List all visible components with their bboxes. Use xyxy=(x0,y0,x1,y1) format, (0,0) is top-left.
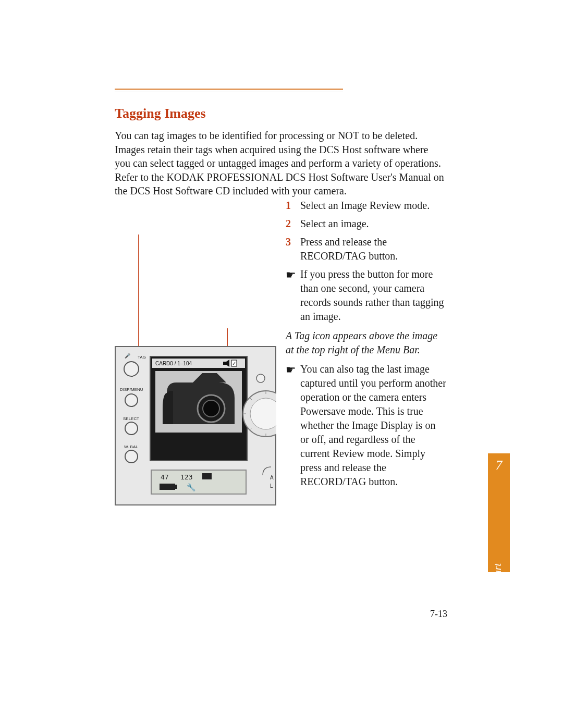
step-1-text: Select an Image Review mode. xyxy=(300,199,446,213)
card-icon xyxy=(202,473,212,479)
step-3: 3 Press and release the RECORD/TAG butto… xyxy=(286,235,446,263)
top-right-button xyxy=(256,374,265,382)
note-2-text: You can also tag the last image captured… xyxy=(300,362,446,489)
tool-icon: 🔧 xyxy=(187,483,196,492)
intro-not: NOT xyxy=(338,130,359,141)
tag-label: TAG xyxy=(138,355,146,360)
section-heading: Tagging Images xyxy=(115,106,206,121)
dispmenu-button xyxy=(125,394,138,406)
header-rule-gray xyxy=(115,92,343,92)
svg-rect-6 xyxy=(175,485,177,489)
intro-paragraph: You can tag images to be identified for … xyxy=(115,129,446,198)
svg-text:✓: ✓ xyxy=(232,361,236,366)
page-number: 7-13 xyxy=(430,609,447,620)
note-1: ☛ If you press the button for more than … xyxy=(286,267,446,324)
step-3-text: Press and release the RECORD/TAG button. xyxy=(300,235,446,263)
select-label: SELECT xyxy=(123,416,139,421)
menu-bar-text: CARD0 / 1–104 xyxy=(155,361,192,366)
note-2: ☛ You can also tag the last image captur… xyxy=(286,362,446,489)
pointer-icon: ☛ xyxy=(286,267,300,324)
step-2-text: Select an image. xyxy=(300,217,446,231)
svg-point-5 xyxy=(203,400,219,417)
mic-icon: 🎤 xyxy=(125,353,131,359)
chapter-number: 7 xyxy=(488,458,510,473)
battery-icon xyxy=(160,484,175,490)
select-button xyxy=(125,422,138,435)
step-3-number: 3 xyxy=(286,235,300,263)
step-2-number: 2 xyxy=(286,217,300,231)
dispmenu-label: DISP/MENU xyxy=(120,387,143,392)
mode-a: A xyxy=(270,475,274,480)
lcd-count: 123 xyxy=(180,473,192,481)
chapter-side-tab: 7 Quick Start xyxy=(488,453,510,572)
chapter-label: Quick Start xyxy=(492,514,504,611)
tag-icon: ✓ xyxy=(231,360,237,366)
pointer-icon: ☛ xyxy=(286,362,300,489)
camera-back-figure: 🎤 TAG DISP/MENU SELECT W. BAL CARD0 / 1–… xyxy=(115,346,276,505)
step-1-number: 1 xyxy=(286,199,300,213)
reviewed-image xyxy=(155,371,242,433)
tag-button xyxy=(124,362,139,376)
wbal-button-group: W. BAL xyxy=(124,445,138,463)
intro-text-a: You can tag images to be identified for … xyxy=(115,130,338,141)
step-1: 1 Select an Image Review mode. xyxy=(286,199,446,213)
lcd-frames: 47 xyxy=(161,473,169,481)
mode-l: L xyxy=(270,483,273,489)
wbal-label: W. BAL xyxy=(124,445,138,449)
step-2: 2 Select an image. xyxy=(286,217,446,231)
wbal-button xyxy=(125,450,138,463)
italic-result-note: A Tag icon appears above the image at th… xyxy=(286,329,446,357)
steps-block: 1 Select an Image Review mode. 2 Select … xyxy=(286,199,446,493)
note-1-text: If you press the button for more than on… xyxy=(300,267,446,324)
header-rule-orange xyxy=(115,89,343,90)
